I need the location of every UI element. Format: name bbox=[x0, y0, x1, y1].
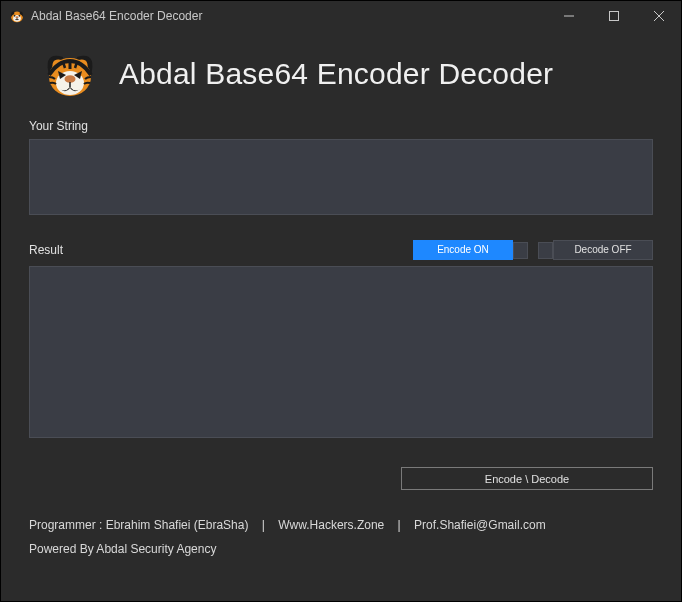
encode-toggle[interactable]: Encode ON bbox=[413, 240, 528, 260]
app-title: Abdal Base64 Encoder Decoder bbox=[119, 57, 553, 91]
encode-decode-button[interactable]: Encode \ Decode bbox=[401, 467, 653, 490]
encode-toggle-label: Encode ON bbox=[413, 240, 513, 260]
result-label: Result bbox=[29, 243, 403, 257]
separator: | bbox=[398, 518, 401, 532]
titlebar: Abdal Base64 Encoder Decoder bbox=[1, 1, 681, 31]
svg-point-9 bbox=[65, 75, 76, 83]
your-string-input[interactable] bbox=[29, 139, 653, 215]
tiger-logo-icon bbox=[43, 47, 97, 101]
decode-toggle-label: Decode OFF bbox=[553, 240, 653, 260]
app-icon bbox=[9, 8, 25, 24]
footer: Programmer : Ebrahim Shafiei (EbraSha) |… bbox=[29, 490, 653, 556]
minimize-button[interactable] bbox=[546, 1, 591, 31]
decode-toggle-box bbox=[538, 242, 553, 259]
email-link[interactable]: Prof.Shafiei@Gmail.com bbox=[414, 518, 546, 532]
result-output[interactable] bbox=[29, 266, 653, 438]
your-string-label: Your String bbox=[29, 119, 653, 133]
separator: | bbox=[262, 518, 265, 532]
programmer-label: Programmer : Ebrahim Shafiei (EbraSha) bbox=[29, 518, 248, 532]
header: Abdal Base64 Encoder Decoder bbox=[29, 41, 653, 119]
close-button[interactable] bbox=[636, 1, 681, 31]
svg-rect-4 bbox=[609, 12, 618, 21]
toggle-group: Encode ON Decode OFF bbox=[403, 240, 653, 260]
maximize-button[interactable] bbox=[591, 1, 636, 31]
result-row: Result Encode ON Decode OFF bbox=[29, 240, 653, 260]
content-area: Abdal Base64 Encoder Decoder Your String… bbox=[1, 31, 681, 566]
encode-toggle-box bbox=[513, 242, 528, 259]
window-title: Abdal Base64 Encoder Decoder bbox=[31, 9, 546, 23]
site-link[interactable]: Www.Hackers.Zone bbox=[278, 518, 384, 532]
decode-toggle[interactable]: Decode OFF bbox=[538, 240, 653, 260]
window-controls bbox=[546, 1, 681, 31]
footer-line-1: Programmer : Ebrahim Shafiei (EbraSha) |… bbox=[29, 518, 653, 532]
svg-point-2 bbox=[16, 16, 19, 18]
powered-by-label: Powered By Abdal Security Agency bbox=[29, 542, 653, 556]
